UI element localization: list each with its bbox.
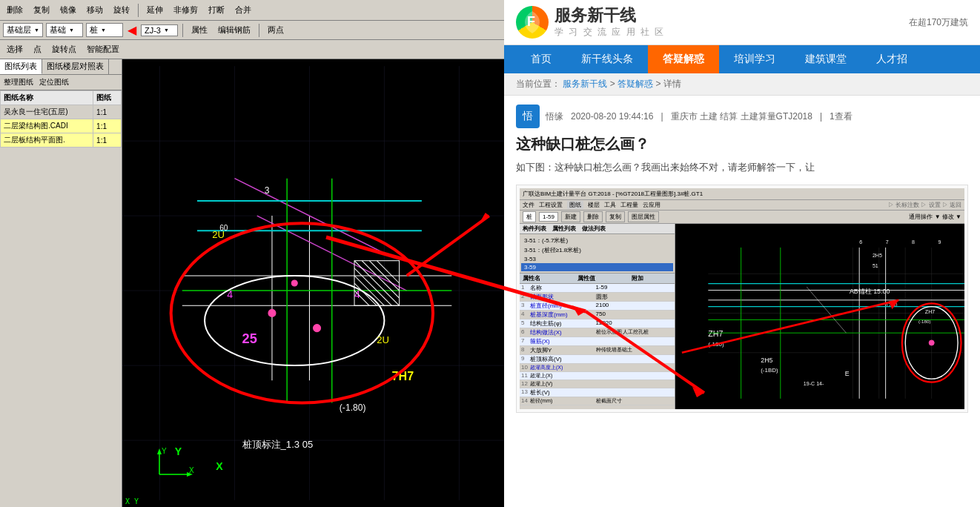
- inner-pile-item-active[interactable]: 3-59: [521, 263, 673, 271]
- inner-panel-tabs: 构件列表 属性列表 做法列表: [520, 224, 675, 234]
- svg-point-90: [929, 340, 934, 345]
- property-button[interactable]: 属性: [188, 23, 211, 37]
- edit-rebar-button[interactable]: 编辑钢筋: [214, 23, 254, 37]
- post-avatar: 悟: [516, 105, 540, 128]
- inner-prop-row: 3 桩直径(mm) 2100: [520, 302, 675, 311]
- site-name: 服务新干线: [554, 6, 665, 25]
- browser-panel: F 服务新干线 学 习 交 流 应 用 社 区 在超170万建筑 首页 新干线头…: [504, 0, 980, 507]
- tab-drawing-floor[interactable]: 图纸楼层对照表: [42, 59, 109, 74]
- rotate-button[interactable]: 旋转: [110, 3, 133, 17]
- svg-text:ZH7: ZH7: [925, 308, 935, 314]
- inner-pile-item[interactable]: 3-51：(-5.7米桩): [521, 236, 673, 245]
- svg-text:19-C 14-: 19-C 14-: [804, 381, 824, 387]
- col-scale: 图纸: [93, 91, 122, 105]
- post-content: 如下图：这种缺口桩怎么画？我画出来始终不对，请老师解答一下，让: [516, 160, 968, 176]
- tab-drawing-list[interactable]: 图纸列表: [0, 59, 42, 74]
- inner-toolbar2: 桩 1-59 新建 删除 复制 图层属性 通用操作 ▼ 修改 ▼: [520, 211, 964, 224]
- post-image-area: 广联达BIM土建计量平台 GT:2018 - [%GT2018工程量图形].3#…: [516, 185, 968, 413]
- floor-dropdown[interactable]: 基础层: [3, 23, 43, 37]
- svg-text:2H5: 2H5: [873, 253, 882, 259]
- drawing-scale-3: 1:1: [93, 133, 122, 148]
- site-subtitle: 学 习 交 流 应 用 社 区: [554, 26, 665, 39]
- header-stats: 在超170万建筑: [909, 16, 968, 29]
- inner-prop-row: 6 结构做法(X) 桩位示意图 人工挖孔桩: [520, 328, 675, 337]
- site-logo: F 服务新干线 学 习 交 流 应 用 社 区: [516, 6, 665, 39]
- svg-text:51: 51: [873, 262, 878, 268]
- sidebar-tabs: 图纸列表 图纸楼层对照表: [0, 59, 122, 75]
- browser-content[interactable]: 悟 悟缘 2020-08-20 19:44:16 | 重庆市 土建 结算 土建算…: [504, 96, 980, 507]
- nav-home[interactable]: 首页: [516, 45, 566, 73]
- inner-pile-item[interactable]: 3-53: [521, 255, 673, 263]
- breadcrumb-link-qa[interactable]: 答疑解惑: [618, 79, 653, 89]
- browser-header: F 服务新干线 学 习 交 流 应 用 社 区 在超170万建筑: [504, 0, 980, 45]
- browser-nav: 首页 新干线头条 答疑解惑 培训学习 建筑课堂 人才招: [504, 45, 980, 73]
- inner-pile-item[interactable]: 3-51：(桩径≥1.8米桩): [521, 245, 673, 255]
- svg-text:25: 25: [242, 331, 257, 346]
- svg-text:(-180): (-180): [918, 319, 931, 324]
- logo-text: 服务新干线 学 习 交 流 应 用 社 区: [554, 6, 665, 38]
- post-username: 悟缘: [546, 111, 563, 122]
- breadcrumb-link-home[interactable]: 服务新干线: [563, 79, 607, 89]
- copy-button[interactable]: 复制: [30, 3, 53, 17]
- breadcrumb: 当前位置： 服务新干线 > 答疑解惑 > 详情: [504, 73, 980, 96]
- cad-toolbar-second: 基础层 基础 桩 ◀ ZJ-3 属性 编辑钢筋 两点: [0, 21, 504, 40]
- svg-text:F: F: [527, 14, 535, 29]
- separator2: [182, 24, 183, 37]
- type-dropdown[interactable]: 基础: [46, 23, 83, 37]
- cad-canvas[interactable]: 25 4 4 7H7 2U 2U (-1.80) 桩顶标注_1.3 05: [122, 59, 504, 507]
- nav-qa[interactable]: 答疑解惑: [648, 45, 719, 73]
- delete-button[interactable]: 删除: [3, 3, 27, 17]
- drawing-table: 图纸名称 图纸 吴永良一住宅(五层) 1:1 二层梁结构图.CADI 1:1 二…: [0, 90, 122, 148]
- organize-btn[interactable]: 整理图纸: [1, 76, 36, 88]
- id-dropdown[interactable]: ZJ-3: [141, 24, 178, 36]
- svg-text:4: 4: [227, 288, 233, 300]
- svg-point-25: [291, 280, 297, 286]
- drawing-name-3: 二层板结构平面图.: [1, 133, 93, 148]
- breadcrumb-text: 当前位置：: [516, 79, 560, 89]
- rotate-point-button[interactable]: 旋转点: [48, 42, 80, 56]
- svg-text:6: 6: [859, 239, 862, 245]
- smart-config-button[interactable]: 智能配置: [83, 42, 123, 56]
- inner-prop-row: 5 结构主筋(φ) 12020: [520, 319, 675, 328]
- svg-text:60: 60: [219, 224, 228, 232]
- inner-prop-row: 9 桩顶标高(V): [520, 355, 675, 364]
- svg-point-23: [268, 309, 276, 317]
- inner-property-panel: 构件列表 属性列表 做法列表 3-51：(-5.7米桩) 3-51：(桩径≥1.…: [520, 224, 675, 409]
- svg-text:(-1BD): (-1BD): [761, 367, 778, 374]
- svg-text:7: 7: [886, 239, 889, 245]
- select-button[interactable]: 选择: [3, 42, 27, 56]
- layer-row[interactable]: 二层梁结构图.CADI 1:1: [1, 119, 122, 133]
- svg-text:(-1.80): (-1.80): [340, 402, 366, 413]
- inner-prop-row: 14 桩径(mm) 桩截面尺寸: [520, 397, 675, 405]
- break-button[interactable]: 打断: [205, 3, 228, 17]
- element-dropdown[interactable]: 桩: [86, 23, 123, 37]
- inner-prop-row: 10 超灌高度上(X): [520, 364, 675, 372]
- nav-training[interactable]: 培训学习: [719, 45, 790, 73]
- cad-drawing: 25 4 4 7H7 2U 2U (-1.80) 桩顶标注_1.3 05: [122, 59, 504, 507]
- two-point-button[interactable]: 两点: [264, 23, 288, 37]
- layer-row[interactable]: 吴永良一住宅(五层) 1:1: [1, 105, 122, 119]
- nav-classroom[interactable]: 建筑课堂: [790, 45, 861, 73]
- move-button[interactable]: 移动: [83, 3, 107, 17]
- point-button[interactable]: 点: [30, 42, 45, 56]
- sidebar-toolbar: 整理图纸 定位图纸: [0, 75, 122, 90]
- breadcrumb-current: 详情: [663, 79, 681, 89]
- extend-button[interactable]: 延伸: [143, 3, 167, 17]
- drawing-name-2: 二层梁结构图.CADI: [1, 119, 93, 133]
- post-meta: 悟缘 2020-08-20 19:44:16 | 重庆市 土建 结算 土建算量G…: [546, 110, 852, 123]
- nav-news[interactable]: 新干线头条: [566, 45, 648, 73]
- mirror-button[interactable]: 镜像: [56, 3, 80, 17]
- cad-toolbar-top: 删除 复制 镜像 移动 旋转 延伸 非修剪 打断 合并: [0, 0, 504, 21]
- svg-text:8: 8: [912, 239, 915, 245]
- locate-btn[interactable]: 定位图纸: [37, 76, 71, 88]
- nav-talent[interactable]: 人才招: [861, 45, 922, 73]
- inner-prop-row: 1 名称 1-59: [520, 284, 675, 293]
- drawing-scale-2: 1:1: [93, 119, 122, 133]
- breadcrumb-sep2: >: [655, 79, 663, 89]
- layer-row[interactable]: 二层板结构平面图. 1:1: [1, 133, 122, 148]
- untrim-button[interactable]: 非修剪: [170, 3, 202, 17]
- coordinate-display: X Y: [125, 497, 139, 506]
- svg-text:9: 9: [938, 239, 941, 245]
- join-button[interactable]: 合并: [231, 3, 255, 17]
- axis-display: Y X: [152, 445, 196, 485]
